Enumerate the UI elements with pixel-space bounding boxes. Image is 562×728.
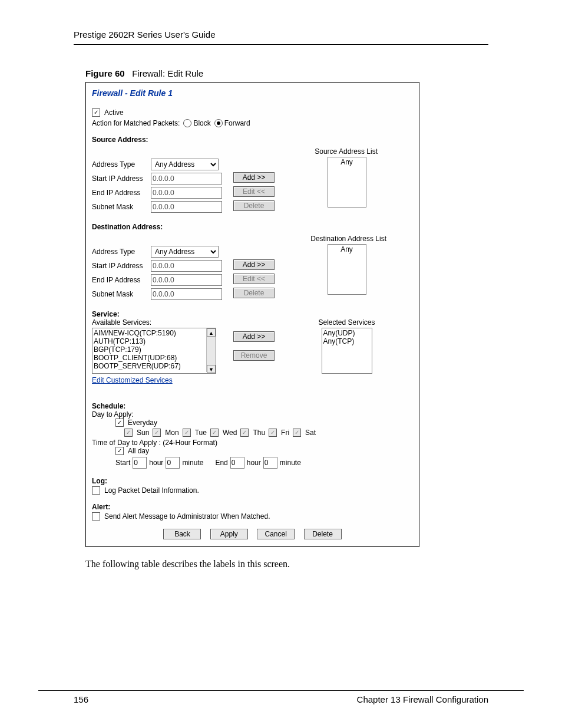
sun-checkbox[interactable]: ✓ <box>124 429 133 437</box>
start-hour-input[interactable] <box>133 457 147 469</box>
list-item[interactable]: BOOTP_SERVER(UDP:67) <box>94 362 214 370</box>
page-number: 156 <box>74 694 88 704</box>
available-services-list[interactable]: ▲ ▼ AIM/NEW-ICQ(TCP:5190) AUTH(TCP:113) … <box>92 328 216 374</box>
src-add-button[interactable]: Add >> <box>233 172 275 183</box>
thu-label: Thu <box>253 429 265 437</box>
src-end-label: End IP Address <box>92 189 151 197</box>
log-checkbox[interactable] <box>92 486 100 495</box>
start-min-input[interactable] <box>166 457 180 469</box>
firewall-edit-rule-panel: Firewall - Edit Rule 1 ✓ Active Action f… <box>85 82 419 547</box>
minute-label-1: minute <box>182 459 203 467</box>
list-item[interactable]: Any(TCP) <box>323 337 371 345</box>
edit-custom-services-link[interactable]: Edit Customized Services <box>92 376 173 384</box>
dst-address-list[interactable]: Any <box>328 244 366 295</box>
dst-edit-button[interactable]: Edit << <box>233 274 275 284</box>
dst-mask-input[interactable] <box>151 288 222 300</box>
forward-label: Forward <box>224 119 250 127</box>
block-label: Block <box>193 119 210 127</box>
end-hour-input[interactable] <box>230 457 244 469</box>
dst-end-label: End IP Address <box>92 276 151 284</box>
sun-label: Sun <box>137 429 149 437</box>
allday-checkbox[interactable]: ✓ <box>115 447 124 455</box>
avail-svc-label: Available Services: <box>92 318 151 327</box>
src-edit-button[interactable]: Edit << <box>233 186 275 197</box>
following-text: The following table describes the labels… <box>85 559 524 569</box>
list-item[interactable]: AUTH(TCP:113) <box>94 337 214 345</box>
everyday-label: Everyday <box>128 419 157 427</box>
thu-checkbox[interactable]: ✓ <box>240 429 249 437</box>
source-list-label: Source Address List <box>315 147 378 156</box>
mon-label: Mon <box>165 429 178 437</box>
dst-type-select[interactable]: Any Address <box>151 246 219 258</box>
sel-svc-label: Selected Services <box>318 318 375 327</box>
dst-end-input[interactable] <box>151 274 222 286</box>
minute-label-2: minute <box>280 459 301 467</box>
figure-title: Firewall: Edit Rule <box>132 68 203 78</box>
log-heading: Log: <box>92 477 413 485</box>
chapter-label: Chapter 13 Firewall Configuration <box>357 694 488 704</box>
fri-checkbox[interactable]: ✓ <box>269 429 277 437</box>
src-delete-button[interactable]: Delete <box>233 200 275 211</box>
list-item[interactable]: BOOTP_CLIENT(UDP:68) <box>94 354 214 362</box>
alert-label: Send Alert Message to Administrator When… <box>104 512 270 521</box>
panel-title: Firewall - Edit Rule 1 <box>92 88 413 98</box>
dest-list-label: Destination Address List <box>310 235 386 243</box>
active-label: Active <box>104 108 124 117</box>
hour-label-2: hour <box>247 459 261 467</box>
src-type-select[interactable]: Any Address <box>151 159 219 170</box>
time-of-day-label: Time of Day to Apply : (24-Hour Format) <box>92 439 413 447</box>
dst-mask-label: Subnet Mask <box>92 290 151 298</box>
sat-checkbox[interactable]: ✓ <box>293 429 301 437</box>
day-to-apply-label: Day to Apply: <box>92 410 413 419</box>
alert-checkbox[interactable] <box>92 512 100 521</box>
figure-number: Figure 60 <box>85 68 125 78</box>
svc-remove-button[interactable]: Remove <box>233 350 275 361</box>
hour-label-1: hour <box>149 459 163 467</box>
src-start-input[interactable] <box>151 173 222 185</box>
schedule-heading: Schedule: <box>92 402 413 410</box>
dst-type-label: Address Type <box>92 248 151 256</box>
dst-delete-button[interactable]: Delete <box>233 288 275 298</box>
sat-label: Sat <box>305 429 316 437</box>
end-label: End <box>215 459 227 467</box>
allday-label: All day <box>128 447 149 455</box>
figure-caption: Figure 60 Firewall: Edit Rule <box>85 68 524 78</box>
src-type-label: Address Type <box>92 160 151 169</box>
end-min-input[interactable] <box>263 457 277 469</box>
apply-button[interactable]: Apply <box>210 529 248 539</box>
block-radio[interactable] <box>183 119 191 127</box>
back-button[interactable]: Back <box>163 529 201 539</box>
fri-label: Fri <box>281 429 289 437</box>
src-address-list[interactable]: Any <box>328 157 366 207</box>
delete-button[interactable]: Delete <box>304 529 342 539</box>
page-footer: 156 Chapter 13 Firewall Configuration <box>38 690 524 704</box>
selected-services-list[interactable]: Any(UDP) Any(TCP) <box>322 328 372 374</box>
list-item: Any <box>329 158 365 166</box>
tue-checkbox[interactable]: ✓ <box>183 429 191 437</box>
wed-label: Wed <box>223 429 237 437</box>
src-mask-input[interactable] <box>151 201 222 213</box>
dst-add-button[interactable]: Add >> <box>233 259 275 270</box>
dst-start-input[interactable] <box>151 260 222 272</box>
dst-start-label: Start IP Address <box>92 262 151 270</box>
svc-add-button[interactable]: Add >> <box>233 331 275 342</box>
list-item[interactable]: Any(UDP) <box>323 329 371 337</box>
forward-radio[interactable] <box>214 119 223 127</box>
src-end-input[interactable] <box>151 187 222 199</box>
scroll-down-icon[interactable]: ▼ <box>207 365 216 373</box>
src-mask-label: Subnet Mask <box>92 203 151 211</box>
service-heading: Service: <box>92 310 413 318</box>
active-checkbox[interactable]: ✓ <box>92 108 100 117</box>
everyday-checkbox[interactable]: ✓ <box>115 419 124 427</box>
wed-checkbox[interactable]: ✓ <box>210 429 219 437</box>
mon-checkbox[interactable]: ✓ <box>153 429 161 437</box>
action-label: Action for Matched Packets: <box>92 119 180 127</box>
dest-heading: Destination Address: <box>92 223 413 231</box>
list-item: Any <box>329 245 365 253</box>
tue-label: Tue <box>195 429 207 437</box>
list-item[interactable]: AIM/NEW-ICQ(TCP:5190) <box>94 329 214 337</box>
list-item[interactable]: BGP(TCP:179) <box>94 345 214 354</box>
log-label: Log Packet Detail Information. <box>104 486 199 495</box>
scroll-up-icon[interactable]: ▲ <box>207 328 216 337</box>
cancel-button[interactable]: Cancel <box>257 529 295 539</box>
